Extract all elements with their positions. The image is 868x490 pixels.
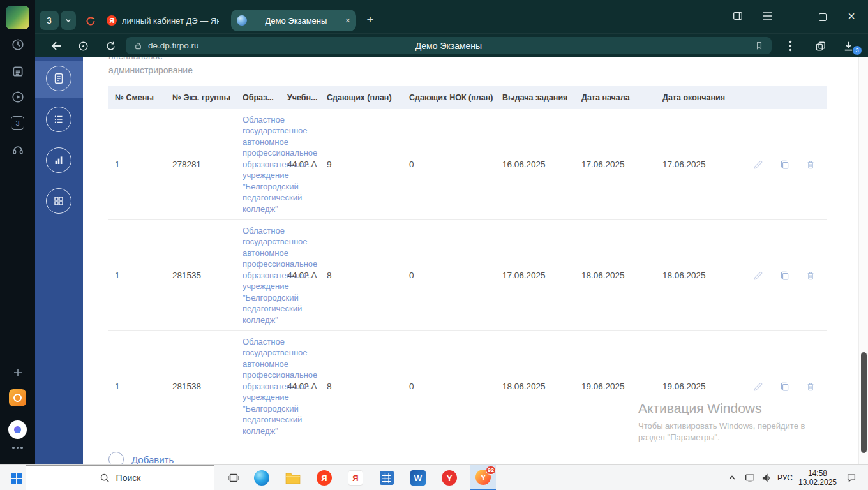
edit-button[interactable] bbox=[753, 381, 764, 392]
refresh-icon[interactable] bbox=[103, 40, 118, 52]
alice-icon[interactable] bbox=[8, 420, 27, 439]
side-panel-icon[interactable] bbox=[730, 8, 746, 24]
tab-personal-cabinet[interactable]: Я личный кабинет ДЭ — Ян... bbox=[101, 11, 225, 29]
cell-start-date: 19.06.2025 bbox=[575, 331, 656, 442]
yandex-app-icon[interactable]: Я bbox=[311, 465, 337, 490]
col-organization: Образ... bbox=[236, 93, 281, 102]
more-actions-icon[interactable] bbox=[783, 39, 797, 53]
sidebar-item-grid[interactable] bbox=[46, 188, 71, 214]
copy-button[interactable] bbox=[779, 381, 790, 392]
feed-icon[interactable] bbox=[0, 65, 35, 78]
file-explorer-icon[interactable] bbox=[280, 465, 306, 490]
edit-button[interactable] bbox=[753, 270, 764, 281]
menu-icon[interactable] bbox=[759, 8, 775, 24]
cell-organization: Областное государственное автономное про… bbox=[236, 109, 281, 219]
sidebar-item-exams[interactable] bbox=[46, 66, 71, 91]
language-indicator[interactable]: РУС bbox=[774, 465, 797, 490]
add-exam-link[interactable]: Добавить bbox=[131, 454, 174, 464]
organization-link[interactable]: Областное государственное автономное про… bbox=[243, 225, 282, 326]
music-app-icon[interactable] bbox=[9, 389, 26, 406]
table-row: 1 281538 Областное государственное автон… bbox=[108, 331, 827, 442]
word-app-icon[interactable]: W bbox=[405, 465, 431, 490]
yandex-browser-icon[interactable]: Y bbox=[437, 465, 462, 490]
list-icon bbox=[53, 114, 64, 125]
demo-exams-favicon bbox=[237, 15, 247, 26]
cell-start-date: 18.06.2025 bbox=[575, 220, 656, 330]
copy-button[interactable] bbox=[779, 270, 790, 281]
task-view-button[interactable] bbox=[221, 465, 246, 490]
cell-organization: Областное государственное автономное про… bbox=[236, 331, 281, 442]
tab-demo-exams[interactable]: Демо Экзамены × bbox=[231, 10, 356, 31]
edit-button[interactable] bbox=[753, 159, 764, 170]
close-tab-icon[interactable]: × bbox=[345, 15, 350, 26]
tab-list-chevron[interactable] bbox=[61, 11, 76, 30]
address-bar[interactable]: de.dp.firpo.ru Демо Экзамены bbox=[126, 37, 772, 54]
browser-sync-icon[interactable] bbox=[85, 15, 96, 27]
calls-icon[interactable] bbox=[0, 143, 35, 156]
cell-shift: 1 bbox=[108, 220, 166, 330]
new-tab-button[interactable]: + bbox=[362, 11, 378, 28]
organization-link[interactable]: Областное государственное автономное про… bbox=[243, 114, 282, 215]
cell-issue-date: 18.06.2025 bbox=[496, 331, 575, 442]
search-icon bbox=[100, 473, 110, 483]
cell-issue-date: 17.06.2025 bbox=[496, 220, 575, 330]
heading-line-1: внеплановое bbox=[108, 57, 193, 63]
scrollbar-thumb[interactable] bbox=[861, 352, 867, 453]
cell-takers-plan: 8 bbox=[320, 220, 403, 330]
desktop: 3 3 Я личный кабинет ДЭ — Ян... Демо Экз… bbox=[0, 0, 868, 490]
browser-toolbar: de.dp.firpo.ru Демо Экзамены 3 bbox=[35, 33, 868, 57]
history-icon[interactable] bbox=[0, 38, 35, 51]
maximize-icon[interactable] bbox=[814, 9, 831, 26]
yandex-favicon: Я bbox=[107, 15, 117, 26]
bookmark-icon[interactable] bbox=[754, 41, 764, 50]
notification-count-badge: 92 bbox=[486, 466, 496, 475]
cell-takers-plan: 8 bbox=[320, 331, 403, 442]
cell-actions bbox=[747, 109, 827, 219]
edge-taskbar-icon[interactable] bbox=[249, 465, 274, 490]
table-row: 1 281535 Областное государственное автон… bbox=[108, 220, 827, 331]
add-exam-icon[interactable] bbox=[108, 452, 124, 464]
video-icon[interactable] bbox=[0, 91, 35, 103]
more-icon[interactable] bbox=[0, 447, 35, 449]
exams-table: № Смены № Экз. группы Образ... Учебн... … bbox=[108, 86, 827, 442]
delete-button[interactable] bbox=[805, 271, 816, 281]
messenger-icon[interactable]: 3 bbox=[0, 116, 35, 130]
copy-button[interactable] bbox=[779, 159, 790, 170]
windows-logo-icon bbox=[11, 473, 22, 484]
delete-button[interactable] bbox=[805, 160, 816, 170]
add-panel-icon[interactable] bbox=[0, 367, 35, 378]
taskbar-search-box[interactable]: Поиск bbox=[26, 465, 214, 490]
tray-time: 14:58 bbox=[808, 469, 827, 478]
close-window-icon[interactable]: × bbox=[843, 6, 860, 26]
col-start-date: Дата начала bbox=[575, 93, 656, 102]
ya-letter-app-icon[interactable]: Я bbox=[343, 465, 368, 490]
profile-logo[interactable] bbox=[6, 6, 29, 29]
delete-button[interactable] bbox=[805, 382, 816, 392]
cell-actions bbox=[747, 331, 827, 442]
browser-titlebar: 3 Я личный кабинет ДЭ — Ян... Демо Экзам… bbox=[35, 0, 868, 33]
cell-end-date: 18.06.2025 bbox=[656, 220, 747, 330]
col-takers-plan: Сдающих (план) bbox=[320, 93, 403, 102]
start-button[interactable] bbox=[6, 465, 26, 490]
tab-title: личный кабинет ДЭ — Ян... bbox=[122, 16, 219, 26]
cell-shift: 1 bbox=[108, 331, 166, 442]
tray-chevron-icon[interactable] bbox=[723, 465, 741, 490]
browser-side-strip: 3 bbox=[0, 0, 35, 464]
page-scrollbar[interactable] bbox=[858, 57, 868, 464]
collections-icon[interactable] bbox=[812, 39, 828, 53]
network-icon[interactable] bbox=[741, 465, 759, 490]
tab-counter-button[interactable]: 3 bbox=[40, 11, 59, 30]
volume-icon[interactable] bbox=[758, 465, 775, 490]
organization-link[interactable]: Областное государственное автономное про… bbox=[243, 336, 282, 437]
back-icon[interactable] bbox=[48, 39, 64, 53]
sidebar-item-list[interactable] bbox=[46, 107, 71, 132]
assistant-icon[interactable] bbox=[76, 40, 90, 52]
col-takers-nok-plan: Сдающих НОК (план) bbox=[403, 93, 496, 102]
action-center-icon[interactable] bbox=[841, 465, 862, 490]
taskbar-clock[interactable]: 14:58 13.02.2025 bbox=[797, 465, 839, 490]
sidebar-item-reports[interactable] bbox=[46, 147, 71, 173]
downloads-badge: 3 bbox=[853, 46, 862, 55]
cell-takers-plan: 9 bbox=[320, 109, 403, 219]
active-browser-icon[interactable]: Y 92 bbox=[470, 465, 496, 490]
spreadsheet-app-icon[interactable] bbox=[374, 465, 400, 490]
